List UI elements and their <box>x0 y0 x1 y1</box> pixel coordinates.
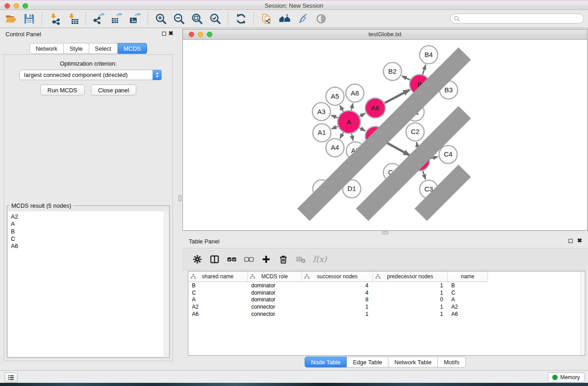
table-cell: dominator <box>248 290 302 296</box>
toolbar-groups <box>2 11 330 27</box>
toolbar-separator <box>86 13 86 25</box>
export-image-button[interactable] <box>126 11 144 27</box>
task-history-button[interactable] <box>5 372 18 382</box>
table-row[interactable]: A2connector11A2 <box>188 303 585 310</box>
import-network-icon <box>49 13 61 25</box>
table-float-panel-icon[interactable] <box>569 239 573 243</box>
memory-status-dot <box>552 375 558 380</box>
column-header-name[interactable]: name <box>448 272 488 282</box>
open-session-button[interactable] <box>2 11 20 27</box>
table-cell: dominator <box>248 296 302 303</box>
zoom-fit-button[interactable] <box>188 11 206 27</box>
delete-columns-button[interactable] <box>277 253 289 265</box>
import-network-button[interactable] <box>46 11 64 27</box>
close-panel-icon[interactable]: ✖ <box>168 30 173 37</box>
network-canvas[interactable]: B4B2BB3A8A5A6A3B1AC2A1A2A4A7C4CC1DD1C3 <box>183 40 587 230</box>
tab-motifs[interactable]: Motifs <box>438 357 466 367</box>
table-tabs: Node TableEdge TableNetwork TableMotifs <box>182 357 588 367</box>
table-row[interactable]: Bdominator41B <box>188 282 585 289</box>
refresh-network-icon <box>235 13 247 25</box>
search-input[interactable] <box>462 14 580 24</box>
mcds-result-list[interactable]: A2ABCA6 <box>8 211 168 357</box>
table-cell: B <box>448 282 488 289</box>
select-all-checkboxes-button[interactable] <box>226 253 238 265</box>
unselect-all-checkboxes-button[interactable] <box>243 253 255 265</box>
table-cell: 1 <box>373 304 448 310</box>
network-view-window: testGlobe.txt B4B2BB3A8A5A6A3B1AC2A1A2A4… <box>182 29 588 231</box>
unselect-all-checkboxes-icon <box>244 254 254 264</box>
network-from-selection-icon <box>261 13 273 25</box>
zoom-in-button[interactable] <box>152 11 170 27</box>
export-network-button[interactable] <box>90 11 108 27</box>
open-browser-button[interactable] <box>276 11 294 27</box>
toggle-graphics-details-button[interactable] <box>312 11 330 27</box>
refresh-network-button[interactable] <box>232 11 250 27</box>
vertical-splitter-handle[interactable] <box>178 195 182 201</box>
memory-button[interactable]: Memory <box>548 372 584 382</box>
show-columns-button[interactable] <box>209 253 220 265</box>
table-cell: C <box>188 290 248 296</box>
table-scrollbar[interactable] <box>580 272 585 355</box>
table-cell: connector <box>248 304 302 310</box>
tab-edge-table[interactable]: Edge Table <box>347 357 388 367</box>
node-table: shared nameMCDS rolesuccessor nodesprede… <box>188 271 585 356</box>
create-column-button[interactable] <box>260 253 272 265</box>
network-from-selection-button[interactable] <box>258 11 276 27</box>
tab-network-table[interactable]: Network Table <box>388 357 438 367</box>
delete-table-icon <box>296 254 306 264</box>
control-panel-title: Control Panel <box>5 31 41 38</box>
hide-annotations-button[interactable] <box>294 11 312 27</box>
tab-style[interactable]: Style <box>64 43 89 54</box>
function-builder-icon: f(x) <box>313 254 327 264</box>
app-title: Session: New Session <box>0 2 588 9</box>
table-cell: 8 <box>302 296 373 303</box>
delete-columns-icon <box>278 254 288 264</box>
tab-network[interactable]: Network <box>29 43 64 54</box>
toolbar-separator <box>148 13 148 25</box>
mcds-result-item[interactable]: A6 <box>8 243 168 250</box>
result-scrollbar[interactable] <box>164 211 168 357</box>
table-cell: B <box>188 282 248 289</box>
column-header-successor-nodes[interactable]: successor nodes <box>302 272 373 282</box>
mcds-result-item[interactable]: A2 <box>8 213 168 220</box>
column-header-predecessor-nodes[interactable]: predecessor nodes <box>373 272 448 282</box>
tab-select[interactable]: Select <box>89 43 118 54</box>
mcds-result-item[interactable]: B <box>8 228 168 235</box>
tab-mcds[interactable]: MCDS <box>118 43 147 54</box>
export-image-icon <box>129 13 141 25</box>
float-panel-icon[interactable] <box>162 32 166 36</box>
search-icon <box>454 15 460 22</box>
mcds-result-item[interactable]: A <box>8 220 168 228</box>
table-close-panel-icon[interactable]: ✖ <box>577 237 582 244</box>
mcds-result-groupbox: MCDS result (5 nodes) A2ABCA6 <box>7 205 170 358</box>
task-list-icon <box>8 374 14 381</box>
save-session-icon <box>23 13 35 25</box>
mcds-tab-content: Optimization criterion: largest connecte… <box>4 54 173 361</box>
optimization-criterion-label: Optimization criterion: <box>4 60 172 67</box>
resize-grip-icon[interactable] <box>182 39 586 229</box>
network-window-titlebar[interactable]: testGlobe.txt <box>183 29 587 40</box>
search-box[interactable] <box>450 14 584 24</box>
export-table-button[interactable] <box>108 11 126 27</box>
zoom-out-button[interactable] <box>170 11 188 27</box>
tab-node-table[interactable]: Node Table <box>305 357 347 367</box>
table-row[interactable]: A6connector11A6 <box>188 310 585 318</box>
column-header-MCDS-role[interactable]: MCDS role <box>248 272 302 282</box>
table-settings-button[interactable] <box>191 253 203 265</box>
mcds-result-item[interactable]: C <box>8 235 168 243</box>
zoom-fit-icon <box>191 13 203 25</box>
import-table-button[interactable] <box>64 11 82 27</box>
close-panel-button[interactable]: Close panel <box>91 85 137 95</box>
app-titlebar: Session: New Session <box>0 0 588 10</box>
horizontal-splitter-handle[interactable] <box>382 231 388 234</box>
toolbar-separator <box>228 13 228 25</box>
table-row[interactable]: Cdominator41C <box>188 289 585 296</box>
table-row[interactable]: Adominator80A <box>188 296 585 303</box>
run-mcds-button[interactable]: Run MCDS <box>40 85 85 95</box>
table-header-row: shared nameMCDS rolesuccessor nodesprede… <box>188 272 585 282</box>
save-session-button[interactable] <box>20 11 38 27</box>
column-header-shared-name[interactable]: shared name <box>188 272 248 282</box>
criterion-dropdown[interactable]: largest connected component (directed) <box>19 70 162 80</box>
zoom-selected-button[interactable] <box>206 11 224 27</box>
select-all-checkboxes-icon <box>227 254 237 264</box>
